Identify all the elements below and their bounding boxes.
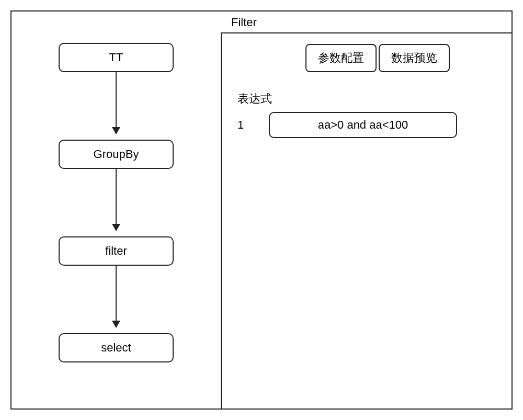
flowchart: TT GroupBy filter select [22,38,210,399]
tab-label: 参数配置 [318,51,364,64]
flow-node-select[interactable]: select [59,333,174,362]
flow-node-label: select [101,341,131,355]
tab-row: 参数配置 数据预览 [305,44,450,72]
expression-input[interactable]: aa>0 and aa<100 [269,112,457,138]
diagram-canvas: TT GroupBy filter select Filter 参数配置 数据预… [10,10,513,410]
flow-node-groupby[interactable]: GroupBy [59,140,174,169]
details-panel: 参数配置 数据预览 表达式 1 aa>0 and aa<100 [221,32,513,410]
section-label-expression: 表达式 [237,91,272,107]
expression-row: 1 aa>0 and aa<100 [237,112,457,138]
arrow-down-icon [116,169,117,231]
flow-node-filter[interactable]: filter [59,236,174,266]
expression-index: 1 [237,118,248,132]
tab-param-config[interactable]: 参数配置 [305,44,377,72]
flow-node-label: TT [109,51,123,64]
flow-node-tt[interactable]: TT [59,43,174,72]
arrow-down-icon [116,266,117,327]
panel-title: Filter [231,16,257,29]
expression-value: aa>0 and aa<100 [318,118,408,131]
flow-node-label: GroupBy [94,147,139,161]
tab-data-preview[interactable]: 数据预览 [379,44,450,72]
arrow-down-icon [116,72,117,134]
tab-label: 数据预览 [391,51,437,64]
flow-node-label: filter [105,244,127,258]
